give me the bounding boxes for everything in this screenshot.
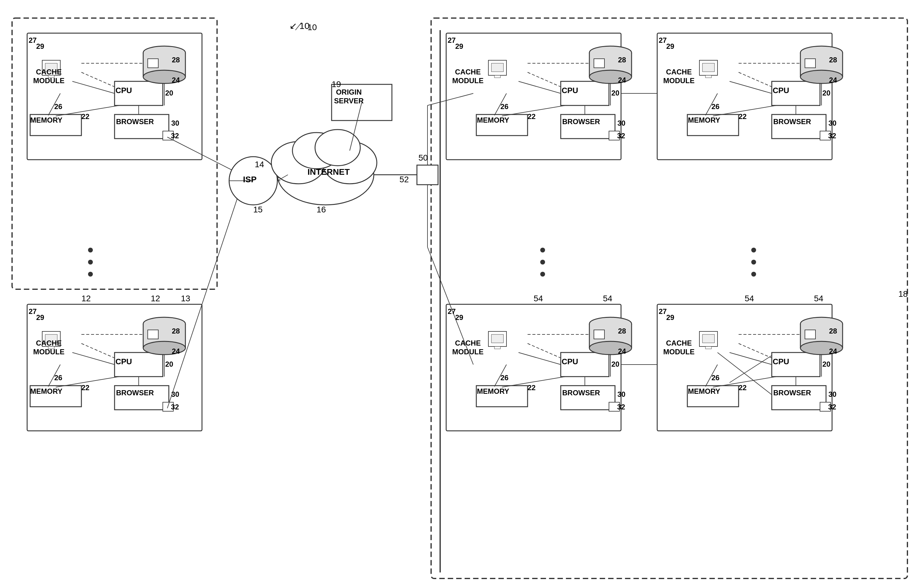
svg-rect-154 — [148, 59, 158, 68]
ref-29-brl: 29 — [455, 313, 464, 322]
ref-20-brl: 20 — [611, 360, 619, 369]
svg-line-95 — [729, 356, 772, 383]
ref-19: 19 — [332, 79, 341, 89]
svg-line-88 — [729, 352, 772, 365]
svg-rect-42 — [417, 165, 438, 185]
ref-52: 52 — [399, 175, 409, 184]
ref-32-brr: 32 — [828, 403, 836, 411]
ref-28-tl: 28 — [172, 56, 180, 64]
ref-13: 13 — [181, 294, 190, 303]
browser-label-brl: BROWSER — [562, 388, 600, 397]
ref-27-trr: 27 — [659, 36, 667, 44]
ref-18: 18 — [898, 289, 908, 299]
svg-rect-153 — [705, 346, 711, 349]
ref-54-l1: 54 — [534, 294, 543, 303]
ref-22-tl: 22 — [81, 112, 89, 121]
ref-32-tl: 32 — [171, 132, 179, 140]
ref-22-bl: 22 — [81, 384, 89, 392]
svg-rect-142 — [488, 60, 507, 75]
ref-26-trl: 26 — [500, 102, 508, 111]
svg-line-27 — [73, 352, 115, 365]
ref-22-trl: 22 — [528, 112, 536, 121]
ref-24-bl: 24 — [172, 347, 180, 356]
ref-28-trl: 28 — [618, 56, 626, 64]
ref-22-trr: 22 — [739, 112, 747, 121]
ref-54-r2: 54 — [814, 294, 823, 303]
browser-label-bl: BROWSER — [116, 388, 154, 397]
ref-27-bl: 27 — [29, 307, 37, 316]
ref-14: 14 — [255, 160, 264, 170]
ref-30-bl: 30 — [171, 390, 179, 398]
svg-line-160 — [350, 102, 362, 151]
ref-24-brl: 24 — [618, 347, 626, 356]
svg-rect-0 — [12, 18, 217, 289]
svg-rect-6 — [657, 33, 832, 160]
ref-27-tl: 27 — [29, 36, 37, 44]
svg-line-40 — [277, 175, 288, 181]
svg-rect-150 — [705, 75, 711, 78]
memory-label-brr: MEMORY — [688, 387, 720, 395]
svg-rect-151 — [700, 331, 718, 346]
svg-rect-4 — [446, 33, 621, 160]
ref-26-brl: 26 — [500, 374, 508, 382]
svg-rect-144 — [494, 75, 500, 78]
ref-28-bl: 28 — [172, 327, 180, 335]
ref-27-brl: 27 — [448, 307, 456, 316]
svg-rect-156 — [594, 59, 604, 68]
svg-rect-146 — [492, 334, 503, 343]
svg-rect-7 — [657, 304, 832, 431]
ref-24-tl: 24 — [172, 76, 180, 84]
browser-label-trr: BROWSER — [773, 117, 811, 126]
svg-rect-1 — [431, 18, 908, 578]
diagram: 27 29 CACHEMODULE CPU 24 28 20 MEMORY 22… — [0, 0, 924, 586]
svg-rect-147 — [494, 346, 500, 349]
ref-10-arrow: ↙ 10 — [289, 20, 310, 31]
ref-12-l2: 12 — [151, 294, 160, 303]
cache-module-label-tl: CACHEMODULE — [33, 68, 64, 85]
cpu-label-brl: CPU — [562, 357, 578, 366]
ref-29-trr: 29 — [666, 42, 674, 51]
svg-line-77 — [729, 81, 772, 94]
svg-point-99 — [540, 248, 545, 252]
svg-line-15 — [73, 81, 115, 94]
svg-point-36 — [292, 133, 341, 169]
memory-label-tl: MEMORY — [30, 116, 63, 124]
ref-24-trr: 24 — [829, 76, 837, 84]
ref-22-brr: 22 — [739, 384, 747, 392]
svg-rect-148 — [700, 60, 718, 75]
svg-rect-149 — [703, 63, 714, 72]
svg-line-53 — [518, 81, 561, 94]
ref-22-brl: 22 — [528, 384, 536, 392]
svg-line-65 — [518, 352, 561, 365]
ref-20-tl: 20 — [165, 89, 173, 97]
cache-module-label-brl: CACHEMODULE — [452, 339, 483, 356]
svg-rect-143 — [492, 63, 503, 72]
svg-point-104 — [751, 272, 756, 277]
memory-label-bl: MEMORY — [30, 387, 63, 395]
ref-26-brr: 26 — [711, 374, 719, 382]
ref-24-trl: 24 — [618, 76, 626, 84]
svg-rect-159 — [805, 330, 815, 339]
svg-point-98 — [88, 272, 93, 277]
ref-30-trr: 30 — [828, 119, 837, 127]
ref-50: 50 — [418, 153, 428, 163]
cache-module-label-trr: CACHEMODULE — [663, 68, 695, 85]
memory-label-trr: MEMORY — [688, 116, 720, 124]
ref-32-trr: 32 — [828, 132, 836, 140]
ref-20-trr: 20 — [822, 89, 830, 97]
svg-rect-145 — [488, 331, 507, 346]
ref-54-r1: 54 — [745, 294, 754, 303]
ref-15: 15 — [253, 205, 262, 214]
svg-point-97 — [88, 260, 93, 265]
ref-30-brl: 30 — [617, 390, 625, 398]
ref-20-trl: 20 — [611, 89, 619, 97]
isp-label: ISP — [243, 175, 257, 184]
svg-rect-158 — [805, 59, 815, 68]
ref-26-trr: 26 — [711, 102, 719, 111]
svg-point-96 — [88, 248, 93, 252]
ref-28-brr: 28 — [829, 327, 837, 335]
cache-module-label-bl: CACHEMODULE — [33, 339, 64, 356]
ref-26-bl: 26 — [54, 374, 63, 382]
cache-module-label-trl: CACHEMODULE — [452, 68, 483, 85]
memory-label-brl: MEMORY — [477, 387, 509, 395]
